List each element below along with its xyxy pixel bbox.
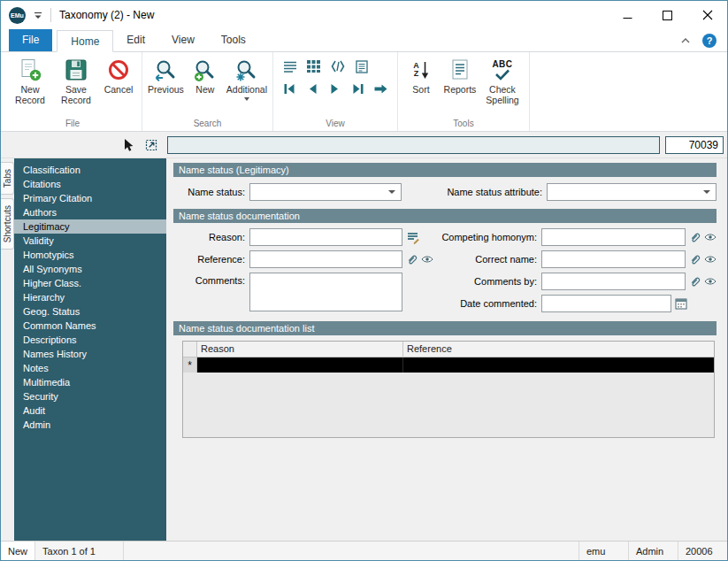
documentation-list-grid: Reason Reference *: [182, 341, 715, 438]
goto-record-button[interactable]: [373, 81, 389, 96]
collapse-ribbon-icon[interactable]: [679, 35, 692, 47]
correct-name-input[interactable]: [541, 250, 686, 268]
list-view-button[interactable]: [281, 58, 299, 74]
sidebar-item-primary-citation[interactable]: Primary Citation: [14, 191, 166, 205]
sidebar-item-common-names[interactable]: Common Names: [14, 319, 166, 333]
details-view-button[interactable]: [329, 58, 347, 74]
name-status-attribute-combobox[interactable]: [547, 183, 717, 201]
sidebar-item-security[interactable]: Security: [14, 389, 166, 403]
additional-search-label: Additional: [226, 85, 267, 96]
next-record-button[interactable]: [327, 81, 343, 96]
tab-edit[interactable]: Edit: [113, 29, 158, 51]
calendar-icon[interactable]: [675, 297, 687, 310]
app-icon[interactable]: EMu: [9, 7, 26, 24]
grid-column-reason[interactable]: Reason: [197, 342, 403, 357]
attach-icon[interactable]: [689, 253, 701, 265]
last-record-icon: [351, 82, 365, 96]
vertical-tab-tabs[interactable]: Tabs: [1, 162, 14, 195]
new-search-button[interactable]: New: [187, 54, 224, 96]
ribbon-tab-row: File Home Edit View Tools ?: [1, 29, 727, 52]
grid-cell-reference[interactable]: [403, 357, 714, 373]
tab-view[interactable]: View: [158, 29, 208, 51]
cancel-button[interactable]: Cancel: [100, 54, 137, 96]
grid-new-row[interactable]: *: [183, 357, 714, 373]
comments-by-input[interactable]: [541, 273, 686, 290]
reports-button[interactable]: Reports: [441, 54, 479, 96]
additional-search-button[interactable]: Additional: [226, 54, 268, 101]
tab-home[interactable]: Home: [57, 30, 113, 52]
record-number-field[interactable]: 70039: [665, 136, 724, 154]
section-header-documentation: Name status documentation: [173, 209, 717, 223]
attach-icon[interactable]: [689, 275, 701, 288]
sidebar-item-descriptions[interactable]: Descriptions: [14, 333, 166, 347]
save-record-button[interactable]: Save Record: [54, 54, 98, 106]
eye-icon[interactable]: [421, 255, 433, 264]
sidebar-item-geog-status[interactable]: Geog. Status: [14, 304, 166, 319]
reference-input[interactable]: [249, 250, 402, 268]
status-mode: New: [1, 542, 35, 560]
sidebar-item-citations[interactable]: Citations: [14, 177, 166, 191]
select-record-icon[interactable]: [143, 137, 158, 152]
previous-search-button[interactable]: Previous: [147, 54, 185, 96]
eye-icon[interactable]: [704, 255, 717, 264]
page-view-button[interactable]: [353, 58, 371, 74]
sidebar-item-homotypics[interactable]: Homotypics: [14, 248, 166, 262]
competing-homonym-input[interactable]: [541, 228, 686, 246]
section-header-name-status: Name status (Legitimacy): [173, 163, 717, 177]
last-record-button[interactable]: [350, 81, 366, 96]
status-user: emu: [579, 542, 628, 560]
check-spelling-button[interactable]: ABC Check Spelling: [480, 54, 525, 106]
quick-access-dropdown-icon[interactable]: [32, 8, 44, 22]
minimize-button[interactable]: [608, 1, 648, 29]
help-icon[interactable]: ?: [702, 34, 717, 48]
sidebar-item-authors[interactable]: Authors: [14, 205, 166, 219]
name-status-label: Name status:: [173, 187, 249, 197]
attach-icon[interactable]: [689, 231, 701, 243]
grid-column-reference[interactable]: Reference: [403, 342, 714, 357]
sidebar-item-higher-class[interactable]: Higher Class.: [14, 276, 166, 290]
app-window: EMu Taxonomy (2) - New File Home Edit Vi…: [0, 0, 728, 561]
tab-file[interactable]: File: [9, 29, 52, 51]
sidebar-item-multimedia[interactable]: Multimedia: [14, 375, 166, 389]
comments-textarea[interactable]: [249, 273, 402, 311]
sort-button[interactable]: AZ Sort: [402, 54, 440, 96]
new-record-button[interactable]: New Record: [8, 54, 52, 106]
grid-cell-reason[interactable]: [197, 357, 403, 373]
first-record-button[interactable]: [281, 81, 297, 96]
eye-icon[interactable]: [704, 233, 717, 242]
sidebar-item-validity[interactable]: Validity: [14, 234, 166, 248]
comments-by-label: Comments by:: [437, 276, 541, 287]
sidebar-item-admin[interactable]: Admin: [14, 418, 166, 432]
lookup-list-icon[interactable]: [406, 231, 419, 244]
sidebar-item-notes[interactable]: Notes: [14, 361, 166, 375]
sidebar-item-all-synonyms[interactable]: All Synonyms: [14, 262, 166, 276]
date-commented-input[interactable]: [541, 295, 671, 312]
sidebar-item-hierarchy[interactable]: Hierarchy: [14, 290, 166, 304]
sidebar-item-names-history[interactable]: Names History: [14, 347, 166, 361]
sidebar-item-legitimacy[interactable]: Legitimacy: [14, 219, 166, 234]
new-record-icon: [18, 57, 42, 83]
ribbon-group-file: New Record Save Record Cancel File: [4, 52, 142, 131]
name-status-combobox[interactable]: [249, 183, 402, 201]
sidebar-item-audit[interactable]: Audit: [14, 403, 166, 418]
grid-selected-row[interactable]: [197, 357, 714, 373]
reason-label: Reason:: [173, 232, 249, 242]
maximize-button[interactable]: [648, 1, 687, 29]
tab-tools[interactable]: Tools: [208, 29, 259, 51]
documentation-fields: Reason: Competing homonym:: [173, 228, 717, 317]
app-icon-label: EMu: [11, 12, 24, 19]
grid-view-button[interactable]: [305, 58, 323, 74]
sidebar: Classification Citations Primary Citatio…: [14, 158, 166, 541]
group-label-search: Search: [147, 118, 268, 130]
summary-field[interactable]: [167, 136, 660, 154]
cursor-icon[interactable]: [120, 137, 135, 152]
save-record-label: Save Record: [55, 85, 97, 106]
sidebar-item-classification[interactable]: Classification: [14, 163, 166, 177]
attach-icon[interactable]: [406, 253, 418, 265]
reason-input[interactable]: [249, 228, 402, 246]
previous-record-button[interactable]: [304, 81, 320, 96]
additional-search-icon: [234, 57, 258, 83]
close-button[interactable]: [687, 1, 727, 29]
vertical-tab-shortcuts[interactable]: Shortcuts: [1, 198, 14, 250]
eye-icon[interactable]: [704, 277, 717, 286]
